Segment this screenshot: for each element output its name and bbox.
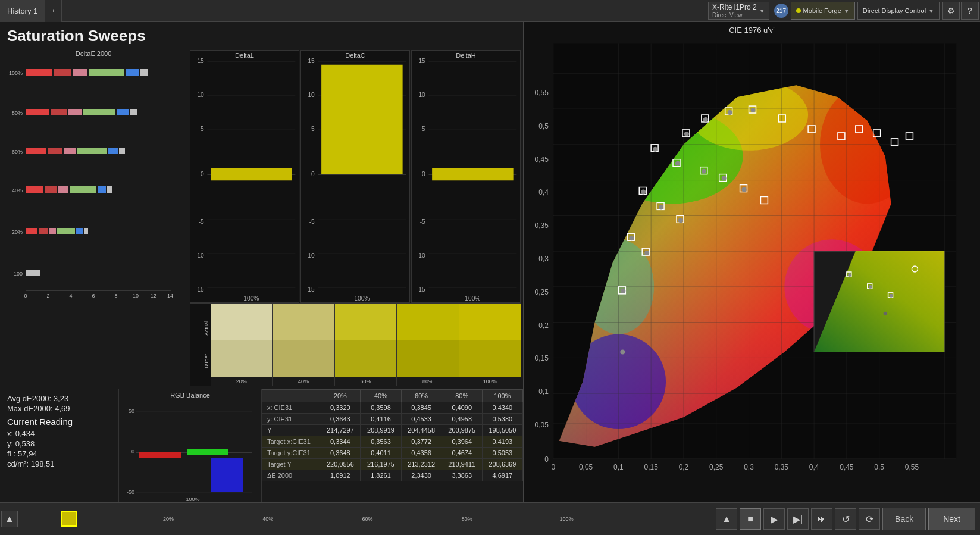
svg-text:12: 12 [151, 293, 156, 299]
stop-icon: ■ [747, 514, 753, 524]
swatch-60-pct: 60% [335, 377, 396, 386]
cell-Y-100: 198,5050 [482, 424, 522, 436]
history-tab[interactable]: History 1 [0, 0, 45, 22]
svg-text:-10: -10 [306, 252, 315, 259]
svg-rect-32 [49, 228, 56, 234]
swatch-80-target [397, 340, 458, 377]
svg-text:10: 10 [133, 293, 139, 299]
device2-selector[interactable]: Mobile Forge ▼ [791, 2, 855, 20]
bottom-swatch-item-active[interactable] [19, 511, 118, 527]
svg-rect-21 [77, 148, 107, 154]
svg-text:0,1: 0,1 [538, 387, 549, 396]
svg-point-186 [684, 132, 689, 136]
svg-text:0,3: 0,3 [744, 463, 754, 471]
end-button[interactable]: ⏭ [811, 508, 832, 530]
cell-x-40: 0,3598 [361, 402, 401, 413]
svg-text:0,4: 0,4 [538, 188, 549, 196]
delta-h-title: DeltaH [412, 52, 520, 59]
bottom-swatch-item-60[interactable]: 60% [318, 516, 417, 522]
svg-text:0,15: 0,15 [644, 463, 659, 471]
svg-rect-100 [139, 452, 181, 458]
next-button[interactable]: Next [928, 508, 975, 530]
svg-text:0: 0 [551, 463, 555, 471]
bottom-swatch-item-20[interactable]: 20% [118, 516, 218, 522]
svg-text:60%: 60% [12, 149, 23, 155]
svg-text:0,4: 0,4 [809, 463, 819, 471]
bottom-pct-40: 40% [262, 516, 273, 522]
cell-ty-40: 0,4011 [361, 447, 401, 458]
cell-tx-20: 0,3344 [320, 436, 361, 447]
table-row-tx: Target x:CIE31 0,3344 0,3563 0,3772 0,39… [262, 436, 523, 447]
swatch-100-pct: 100% [459, 377, 521, 386]
refresh-button[interactable]: ⟳ [859, 508, 880, 530]
svg-rect-24 [26, 186, 43, 193]
row-label-tY: Target Y [262, 458, 320, 470]
svg-point-196 [659, 205, 663, 209]
svg-rect-33 [57, 228, 75, 234]
svg-rect-28 [98, 186, 106, 193]
device1-selector[interactable]: X-Rite i1Pro 2 Direct View ▼ [708, 2, 769, 20]
fl-value: fL: 57,94 [7, 449, 111, 458]
stop-button[interactable]: ■ [740, 508, 761, 530]
svg-text:5: 5 [311, 126, 315, 132]
step-forward-button[interactable]: ▶| [787, 508, 809, 530]
y-value: y: 0,538 [7, 439, 111, 448]
scroll-up-button[interactable]: ▲ [1, 511, 18, 527]
help-button[interactable]: ? [961, 2, 979, 20]
left-panel: Saturation Sweeps DeltaE 2000 100% 80% 6… [0, 22, 524, 502]
device2-status-icon [796, 8, 801, 13]
add-tab-button[interactable]: + [45, 0, 61, 22]
svg-rect-6 [26, 69, 52, 76]
bottom-swatch-item-100[interactable]: 100% [516, 516, 616, 522]
stats-panel: Avg dE2000: 3,23 Max dE2000: 4,69 Curren… [0, 389, 119, 502]
cell-tx-100: 0,4193 [482, 436, 522, 447]
svg-text:0: 0 [311, 171, 315, 177]
delta-h-chart: DeltaH 15 10 5 0 -5 -10 -15 [411, 50, 521, 303]
row-label-tx: Target x:CIE31 [262, 436, 320, 447]
bottom-swatch-item-40[interactable]: 40% [218, 516, 318, 522]
svg-text:0,45: 0,45 [535, 155, 549, 164]
cell-x-100: 0,4340 [482, 402, 522, 413]
device3-selector[interactable]: Direct Display Control ▼ [857, 2, 940, 20]
svg-text:-15: -15 [417, 286, 425, 293]
x-value: x: 0,434 [7, 429, 111, 438]
nav-up-button[interactable]: ▲ [716, 508, 737, 530]
row-label-y: y: CIE31 [262, 413, 320, 424]
svg-text:0,25: 0,25 [535, 288, 549, 296]
cell-tY-100: 208,6369 [482, 458, 522, 470]
svg-rect-7 [54, 69, 71, 76]
cell-tx-80: 0,3964 [442, 436, 482, 447]
svg-point-201 [620, 349, 625, 354]
bottom-bar: ▲ 20% 40% 60% 80% 100% ▲ ■ ▶ ▶| ⏭ [0, 502, 980, 535]
play-button[interactable]: ▶ [763, 508, 785, 530]
device1-sub: Direct View [712, 12, 757, 18]
active-swatch [61, 511, 77, 527]
swatch-col-40: 40% [273, 304, 334, 386]
svg-text:100%: 100% [186, 496, 199, 502]
cell-y-100: 0,5380 [482, 413, 522, 424]
cell-ty-60: 0,4356 [401, 447, 442, 458]
svg-text:0: 0 [131, 449, 134, 455]
svg-rect-11 [140, 69, 148, 76]
svg-text:20%: 20% [12, 229, 23, 235]
svg-point-197 [678, 218, 683, 223]
back-button[interactable]: Back [882, 508, 926, 530]
svg-text:8: 8 [114, 293, 117, 299]
svg-text:0,35: 0,35 [535, 221, 549, 230]
settings-button[interactable]: ⚙ [942, 2, 960, 20]
loop-button[interactable]: ↺ [835, 508, 856, 530]
rgb-balance-svg: 50 0 -50 100% [121, 400, 258, 504]
swatch-60-actual [335, 304, 396, 340]
svg-rect-102 [211, 458, 243, 492]
cell-Y-60: 204,4458 [401, 424, 442, 436]
svg-point-188 [728, 110, 732, 115]
delta-l-chart: DeltaL 15 10 5 0 -5 -10 -15 [190, 50, 299, 303]
svg-text:0,2: 0,2 [679, 463, 689, 471]
svg-text:0,55: 0,55 [535, 89, 549, 97]
bottom-controls: ▲ ■ ▶ ▶| ⏭ ↺ ⟳ Back Next [716, 508, 980, 530]
delta-c-svg: 15 10 5 0 -5 -10 -15 [301, 51, 409, 302]
bottom-swatch-item-80[interactable]: 80% [417, 516, 516, 522]
refresh-icon: ⟳ [866, 514, 873, 525]
title-row: Saturation Sweeps [0, 22, 523, 48]
data-table-area: 20% 40% 60% 80% 100% x: CIE31 0,3320 0,3… [262, 389, 523, 502]
